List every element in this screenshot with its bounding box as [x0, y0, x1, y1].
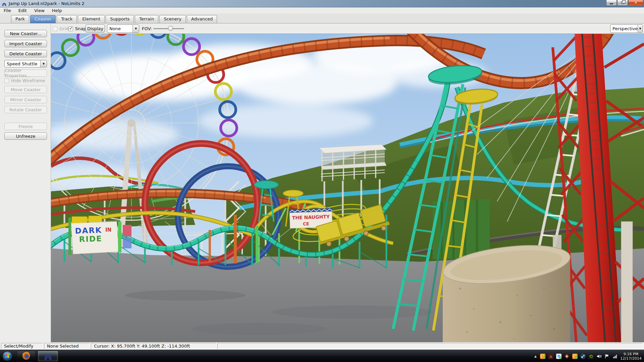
firefox-icon — [22, 352, 31, 360]
menu-file[interactable]: File — [0, 7, 15, 14]
delete-coaster-button[interactable]: Delete Coaster — [4, 50, 47, 57]
tab-advanced[interactable]: Advanced — [187, 15, 217, 23]
chevron-down-icon: ▼ — [40, 60, 47, 67]
sync-status-icon[interactable] — [540, 354, 545, 359]
close-icon: ✕ — [634, 1, 637, 5]
fov-slider[interactable] — [153, 28, 184, 29]
tab-scenery[interactable]: Scenery — [159, 15, 186, 23]
minimize-button[interactable] — [606, 0, 617, 6]
menu-edit[interactable]: Edit — [15, 7, 31, 14]
system-tray: ▲ a — [534, 350, 618, 362]
nvidia-icon[interactable] — [588, 354, 594, 359]
svg-text:DARK: DARK — [75, 226, 102, 235]
grid-checkbox[interactable] — [53, 26, 57, 31]
coaster-properties-button[interactable]: Coaster Properties... — [4, 69, 47, 77]
tab-supports[interactable]: Supports — [106, 15, 134, 23]
mirror-coaster-button[interactable]: Mirror Coaster — [4, 96, 47, 103]
status-selection: None Selected — [44, 343, 90, 349]
tab-element[interactable]: Element — [78, 15, 105, 23]
import-coaster-button[interactable]: Import Coaster — [4, 40, 47, 47]
menu-help[interactable]: Help — [48, 7, 66, 14]
grid-label: Grid — [59, 26, 68, 31]
svg-text:IN: IN — [105, 227, 111, 233]
network-signal-icon[interactable] — [612, 354, 618, 359]
coaster-select-value: Speed Shuttle — [5, 61, 40, 66]
status-cursor-coordinates: Cursor: X: 95.700ft Y: 49.100ft Z: -114.… — [91, 343, 216, 349]
taskbar-app-firefox[interactable] — [17, 351, 36, 362]
hide-wireframe-checkbox[interactable] — [4, 78, 9, 83]
svg-text:CE: CE — [303, 221, 309, 227]
nolimits2-icon — [44, 352, 52, 360]
editor-tab-bar: Park Coaster Track Element Supports Terr… — [0, 14, 644, 23]
tab-coaster[interactable]: Coaster — [30, 15, 56, 23]
hide-wireframe-row: Hide Wireframe — [4, 78, 45, 83]
tab-park[interactable]: Park — [11, 15, 29, 23]
taskbar-app-nolimits2[interactable] — [38, 351, 58, 362]
steam-icon[interactable] — [580, 354, 586, 359]
chevron-down-icon: ▼ — [132, 25, 139, 33]
snap-label: Snap — [75, 26, 86, 31]
tab-track[interactable]: Track — [57, 15, 77, 23]
menu-bar: File Edit View Help — [0, 7, 644, 14]
camera-mode-value: Perspective — [610, 26, 638, 31]
restore-button[interactable] — [617, 0, 628, 6]
origin-icon[interactable] — [564, 354, 570, 359]
coaster-panel: New Coaster... Import Coaster Delete Coa… — [0, 23, 51, 342]
display-mode-value: None — [107, 26, 132, 31]
restore-icon — [621, 1, 624, 4]
viewport-toolbar: Grid Snap Display None ▼ FOV: Perspectiv… — [51, 23, 644, 34]
show-hidden-icons-button[interactable]: ▲ — [534, 355, 537, 358]
svg-text:a: a — [550, 354, 552, 359]
menu-view[interactable]: View — [31, 7, 48, 14]
display-mode-select[interactable]: None ▼ — [107, 24, 139, 33]
viewport-3d-scene[interactable]: THE NAUGHTY CE — [51, 34, 644, 342]
clock-time: 9:16 PM — [624, 352, 638, 356]
coaster-select[interactable]: Speed Shuttle ▼ — [4, 60, 47, 67]
window-title: Jamp Up Land.nl2park - NoLimits 2 — [9, 1, 85, 6]
status-extra — [217, 343, 643, 349]
chevron-down-icon: ▼ — [638, 25, 642, 33]
minimize-icon — [610, 3, 613, 4]
clock-date: 12/17/2014 — [620, 356, 641, 361]
desktop: Jamp Up Land.nl2park - NoLimits 2 ✕ File… — [0, 0, 644, 362]
audible-icon[interactable]: a — [548, 354, 553, 359]
status-mode: Select/Modify — [1, 343, 43, 349]
sync-status-icon-2[interactable] — [572, 354, 578, 359]
fov-label: FOV: — [142, 26, 152, 31]
move-coaster-button[interactable]: Move Coaster — [4, 86, 47, 93]
rotate-coaster-button[interactable]: Rotate Coaster — [4, 106, 47, 113]
freeze-button[interactable]: Freeze — [4, 123, 47, 130]
snap-row: Snap — [68, 26, 86, 31]
unfreeze-button[interactable]: Unfreeze — [4, 132, 47, 140]
dropbox-icon[interactable] — [556, 354, 561, 359]
status-bar: Select/Modify None Selected Cursor: X: 9… — [0, 342, 644, 350]
title-bar[interactable]: Jamp Up Land.nl2park - NoLimits 2 ✕ — [0, 0, 644, 7]
windows-logo-icon — [2, 351, 13, 361]
start-button[interactable] — [0, 350, 15, 362]
app-icon — [2, 1, 7, 6]
hide-wireframe-label: Hide Wireframe — [11, 78, 45, 83]
new-coaster-button[interactable]: New Coaster... — [4, 30, 47, 37]
display-button[interactable]: Display — [86, 24, 105, 33]
taskbar: ▲ a — [0, 350, 644, 362]
taskbar-clock[interactable]: 9:16 PM 12/17/2014 — [619, 350, 643, 362]
close-button[interactable]: ✕ — [628, 0, 643, 6]
camera-mode-select[interactable]: Perspective ▼ — [610, 24, 643, 33]
tab-terrain[interactable]: Terrain — [135, 15, 158, 23]
snap-checkbox[interactable] — [68, 26, 73, 31]
grid-row: Grid — [53, 26, 68, 31]
action-center-flag-icon[interactable] — [604, 354, 610, 359]
svg-text:RIDE: RIDE — [79, 234, 102, 244]
volume-icon[interactable] — [596, 354, 602, 359]
fov-slider-handle[interactable] — [168, 26, 173, 31]
